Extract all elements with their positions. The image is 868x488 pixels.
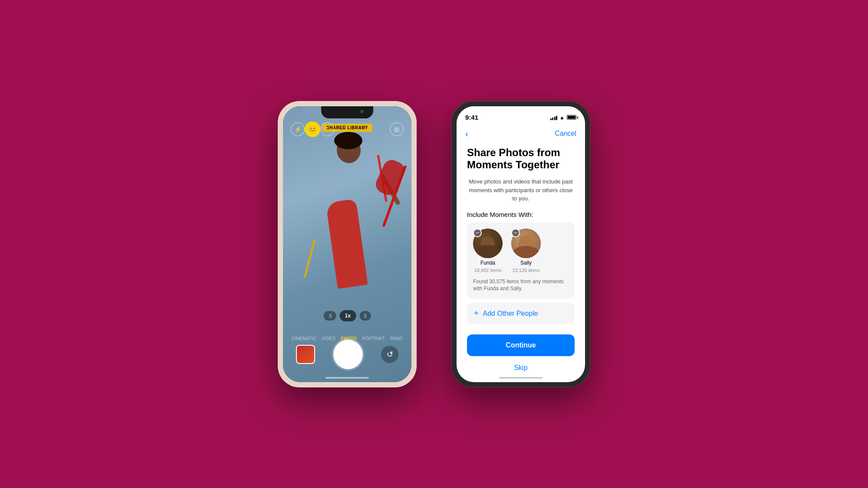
flash-icon[interactable]: ⚡ — [291, 122, 305, 136]
wifi-icon: ▲ — [559, 115, 565, 121]
sally-remove-badge[interactable] — [511, 229, 520, 237]
funda-count: 18,492 items — [474, 268, 502, 273]
people-row: Funda 18,492 items Sally — [473, 229, 569, 273]
share-description: Move photos and videos that include past… — [467, 177, 575, 203]
camera-viewfinder: SHARED LIBRARY ⚡ 😊 ⌃ ◎ .5 1x 3 CINEMATIC — [283, 106, 411, 382]
plus-icon: + — [474, 309, 479, 318]
zoom-controls: .5 1x 3 — [324, 310, 371, 321]
photo-thumbnail[interactable] — [296, 345, 315, 364]
zoom-1x-button[interactable]: 1x — [340, 310, 356, 321]
sally-avatar-wrapper — [511, 229, 541, 258]
home-indicator-right — [499, 377, 542, 379]
sally-name: Sally — [520, 260, 532, 266]
funda-remove-badge[interactable] — [473, 229, 482, 237]
battery-icon — [567, 115, 576, 120]
status-bar: 9:41 ▲ — [457, 106, 585, 125]
found-text: Found 30,575 items from any moments with… — [473, 278, 569, 293]
phones-container: SHARED LIBRARY ⚡ 😊 ⌃ ◎ .5 1x 3 CINEMATIC — [278, 101, 590, 387]
share-content: Share Photos from Moments Together Move … — [457, 142, 585, 382]
back-button[interactable]: ‹ — [465, 129, 468, 139]
zoom-3-button[interactable]: 3 — [359, 311, 371, 321]
shutter-button[interactable] — [333, 340, 363, 369]
page-title: Share Photos from Moments Together — [467, 147, 575, 172]
skip-button[interactable]: Skip — [467, 360, 575, 375]
funda-name: Funda — [480, 260, 495, 266]
person-funda[interactable]: Funda 18,492 items — [473, 229, 503, 273]
camera-top-controls: ⚡ 😊 ⌃ ◎ — [283, 121, 411, 137]
continue-button[interactable]: Continue — [467, 334, 575, 356]
nav-bar: ‹ Cancel — [457, 125, 585, 142]
status-icons: ▲ — [550, 115, 576, 121]
include-moments-label: Include Moments With: — [467, 211, 575, 218]
right-phone: 9:41 ▲ ‹ Cancel — [451, 101, 590, 387]
chevron-up-icon[interactable]: ⌃ — [320, 122, 334, 136]
status-time: 9:41 — [465, 114, 478, 121]
funda-avatar-wrapper — [473, 229, 503, 258]
home-indicator — [326, 377, 369, 379]
flip-camera-button[interactable]: ↺ — [381, 346, 398, 363]
zoom-05-button[interactable]: .5 — [324, 311, 336, 321]
camera-bottom-controls: ↺ — [283, 340, 411, 369]
notch — [321, 106, 373, 118]
person-sally[interactable]: Sally 13,120 items — [511, 229, 541, 273]
people-icon[interactable]: 😊 — [305, 121, 320, 137]
signal-icon — [550, 115, 558, 120]
add-people-label: Add Other People — [483, 310, 538, 318]
left-phone: SHARED LIBRARY ⚡ 😊 ⌃ ◎ .5 1x 3 CINEMATIC — [278, 101, 417, 387]
add-other-people-button[interactable]: + Add Other People — [467, 303, 575, 324]
settings-icon[interactable]: ◎ — [390, 122, 404, 136]
moments-box: Funda 18,492 items Sally — [467, 223, 575, 299]
cancel-button[interactable]: Cancel — [555, 130, 576, 138]
sally-count: 13,120 items — [513, 268, 540, 273]
